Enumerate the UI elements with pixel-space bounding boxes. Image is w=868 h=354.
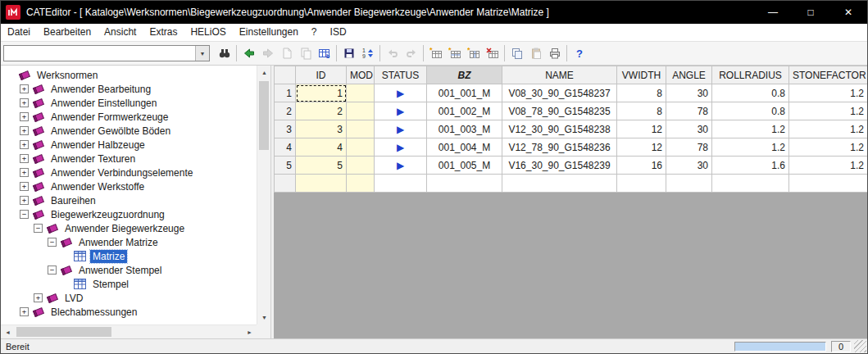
tree-item-label[interactable]: Anwender Formwerkzeuge bbox=[48, 111, 170, 124]
empty-cell[interactable] bbox=[712, 175, 789, 193]
add-table-button[interactable]: * bbox=[426, 44, 445, 62]
add-row-button[interactable]: * bbox=[445, 44, 464, 62]
tree-item-anwender-gew-lbte-b-den[interactable]: +Anwender Gewölbte Böden bbox=[1, 124, 257, 138]
cell-angle[interactable]: 30 bbox=[666, 157, 712, 175]
cell-angle[interactable]: 30 bbox=[666, 84, 712, 102]
scroll-down-icon[interactable]: ▼ bbox=[257, 311, 271, 324]
cell-stonefactor[interactable]: 1.2 bbox=[789, 157, 868, 175]
cell-angle[interactable]: 78 bbox=[666, 102, 712, 120]
tree-item-anwender-biegewerkzeuge[interactable]: −Anwender Biegewerkzeuge bbox=[1, 221, 257, 235]
empty-cell[interactable] bbox=[375, 175, 427, 193]
expand-icon[interactable]: + bbox=[20, 182, 29, 191]
empty-cell[interactable] bbox=[617, 175, 666, 193]
cell-rollradius[interactable]: 0.8 bbox=[712, 102, 789, 120]
tree-item-anwender-einstellungen[interactable]: +Anwender Einstellungen bbox=[1, 96, 257, 110]
cell-rollradius[interactable]: 1.2 bbox=[712, 138, 789, 157]
row-header[interactable] bbox=[275, 175, 296, 193]
vscroll-thumb[interactable] bbox=[259, 81, 269, 150]
cell-vwidth[interactable]: 16 bbox=[617, 157, 666, 175]
expand-icon[interactable]: + bbox=[20, 98, 29, 107]
empty-cell[interactable] bbox=[347, 175, 375, 193]
cell-stonefactor[interactable]: 1.2 bbox=[789, 138, 868, 157]
delete-table-button[interactable] bbox=[483, 44, 502, 62]
row-header[interactable]: 3 bbox=[275, 120, 296, 138]
add-column-button[interactable]: * bbox=[464, 44, 483, 62]
cell-stonefactor[interactable]: 1.2 bbox=[789, 102, 868, 120]
cell-name[interactable]: V12_78_90_G1548236 bbox=[502, 138, 617, 157]
cell-mod[interactable] bbox=[347, 120, 375, 138]
tree-item-anwender-bearbeitung[interactable]: +Anwender Bearbeitung bbox=[1, 82, 257, 96]
column-header-vwidth[interactable]: VWIDTH bbox=[617, 66, 666, 84]
copy-document-button[interactable] bbox=[296, 44, 315, 62]
cell-name[interactable]: V08_78_90_G1548235 bbox=[502, 102, 617, 120]
tree-item-anwender-werkstoffe[interactable]: +Anwender Werkstoffe bbox=[1, 179, 257, 193]
expand-icon[interactable]: + bbox=[20, 154, 29, 163]
cell-bz[interactable]: 001_003_M bbox=[427, 120, 502, 138]
sort-button[interactable]: 19 bbox=[358, 44, 377, 62]
help-button[interactable]: ? bbox=[570, 44, 589, 62]
row-header[interactable]: 4 bbox=[275, 138, 296, 157]
tree-item-label[interactable]: Anwender Texturen bbox=[48, 152, 138, 166]
maximize-button[interactable]: □ bbox=[792, 1, 829, 24]
tree-item-matrize[interactable]: Matrize bbox=[1, 249, 257, 263]
tree-item-label[interactable]: Biegewerkzeugzuordnung bbox=[48, 208, 167, 221]
cell-id[interactable]: 1 bbox=[296, 84, 347, 102]
menu-item-einstellungen[interactable]: Einstellungen bbox=[233, 24, 305, 41]
cell-id[interactable]: 5 bbox=[296, 157, 347, 175]
column-header-rollradius[interactable]: ROLLRADIUS bbox=[712, 66, 789, 84]
menu-item-ansicht[interactable]: Ansicht bbox=[98, 24, 143, 41]
menu-item-isd[interactable]: ISD bbox=[324, 24, 353, 41]
combo-dropdown-icon[interactable]: ▼ bbox=[195, 46, 209, 61]
cell-vwidth[interactable]: 8 bbox=[617, 102, 666, 120]
cell-rollradius[interactable]: 1.6 bbox=[712, 157, 789, 175]
tree-item-baureihen[interactable]: +Baureihen bbox=[1, 193, 257, 207]
corner-header[interactable] bbox=[275, 66, 296, 84]
column-header-stonefactor[interactable]: STONEFACTOR bbox=[789, 66, 868, 84]
tree-item-label[interactable]: Anwender Verbindungselemente bbox=[48, 166, 195, 179]
forward-button[interactable] bbox=[258, 44, 277, 62]
tree-item-label[interactable]: Anwender Stempel bbox=[76, 264, 164, 277]
cell-bz[interactable]: 001_004_M bbox=[427, 138, 502, 157]
menu-item-bearbeiten[interactable]: Bearbeiten bbox=[37, 24, 98, 41]
tree-item-blechabmessungen[interactable]: +Blechabmessungen bbox=[1, 305, 257, 319]
expand-icon[interactable]: + bbox=[20, 112, 29, 121]
cell-status[interactable]: ▶ bbox=[375, 138, 427, 157]
empty-cell[interactable] bbox=[666, 175, 712, 193]
paste-rows-button[interactable] bbox=[526, 44, 545, 62]
new-document-button[interactable] bbox=[277, 44, 296, 62]
tree-item-lvd[interactable]: +LVD bbox=[1, 291, 257, 305]
tree-item-label[interactable]: Anwender Werkstoffe bbox=[48, 180, 147, 193]
tree-item-label[interactable]: Stempel bbox=[90, 278, 131, 291]
collapse-icon[interactable]: − bbox=[34, 224, 43, 233]
tree-item-anwender-matrize[interactable]: −Anwender Matrize bbox=[1, 235, 257, 249]
expand-icon[interactable]: + bbox=[20, 168, 29, 177]
copy-rows-button[interactable] bbox=[507, 44, 526, 62]
close-button[interactable]: ✕ bbox=[829, 1, 867, 24]
column-header-status[interactable]: STATUS bbox=[375, 66, 427, 84]
tree-item-label[interactable]: LVD bbox=[62, 292, 85, 305]
tree-item-label[interactable]: Anwender Biegewerkzeuge bbox=[62, 222, 187, 235]
cell-mod[interactable] bbox=[347, 157, 375, 175]
cell-bz[interactable]: 001_001_M bbox=[427, 84, 502, 102]
cell-rollradius[interactable]: 1.2 bbox=[712, 120, 789, 138]
find-button[interactable] bbox=[215, 44, 234, 62]
combo-input[interactable] bbox=[4, 46, 195, 61]
expand-icon[interactable]: + bbox=[20, 307, 29, 316]
tree-item-stempel[interactable]: Stempel bbox=[1, 277, 257, 291]
tree-item-label[interactable]: Baureihen bbox=[48, 194, 98, 207]
column-header-angle[interactable]: ANGLE bbox=[666, 66, 712, 84]
cell-status[interactable]: ▶ bbox=[375, 84, 427, 102]
collapse-icon[interactable]: − bbox=[20, 210, 29, 219]
column-header-id[interactable]: ID bbox=[296, 66, 347, 84]
back-button[interactable] bbox=[239, 44, 258, 62]
scroll-left-icon[interactable]: ◄ bbox=[1, 325, 15, 338]
cell-angle[interactable]: 78 bbox=[666, 138, 712, 157]
tree-item-anwender-stempel[interactable]: −Anwender Stempel bbox=[1, 263, 257, 277]
tree-vertical-scrollbar[interactable]: ▲ ▼ bbox=[257, 66, 270, 324]
cell-stonefactor[interactable]: 1.2 bbox=[789, 84, 868, 102]
cell-mod[interactable] bbox=[347, 138, 375, 157]
row-header[interactable]: 5 bbox=[275, 157, 296, 175]
tree-item-anwender-texturen[interactable]: +Anwender Texturen bbox=[1, 152, 257, 166]
expand-icon[interactable]: + bbox=[20, 84, 29, 93]
empty-cell[interactable] bbox=[296, 175, 347, 193]
